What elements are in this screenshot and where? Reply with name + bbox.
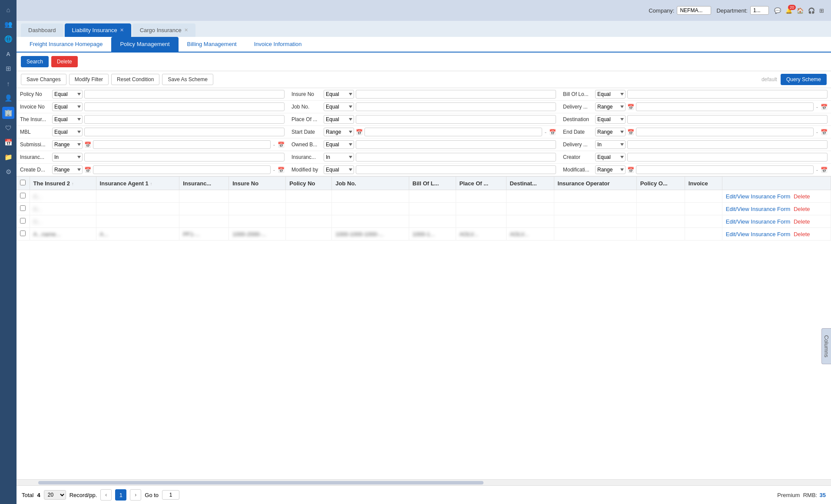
owned-by-op[interactable]: Equal: [324, 140, 354, 149]
delivery-start-input[interactable]: [636, 102, 814, 111]
creator-input[interactable]: [627, 153, 828, 161]
sidebar-icon-home[interactable]: ⌂: [2, 3, 14, 16]
delivery-date-op[interactable]: Range: [595, 102, 626, 111]
headset-icon[interactable]: 🎧: [808, 7, 815, 14]
sidebar-icon-grid[interactable]: ⊞: [2, 63, 14, 75]
mbl-op[interactable]: Equal: [52, 128, 83, 136]
notification-bell[interactable]: 🔔20: [785, 7, 792, 14]
modification-op[interactable]: Range: [595, 165, 626, 174]
sub-tab-freight-homepage[interactable]: Freight Insurance Homepage: [21, 37, 111, 53]
save-changes-button[interactable]: Save Changes: [21, 74, 66, 85]
col-policy-o[interactable]: Policy O...: [636, 177, 685, 190]
department-select[interactable]: 1...: [750, 6, 769, 15]
tab-liability-insurance[interactable]: Liability Insurance ✕: [65, 23, 131, 37]
mbl-input[interactable]: [84, 128, 285, 136]
save-as-scheme-button[interactable]: Save As Scheme: [162, 74, 213, 85]
delete-button[interactable]: Delete: [51, 56, 78, 67]
insurance2-input[interactable]: [356, 153, 556, 161]
apps-icon[interactable]: ⊞: [819, 7, 824, 14]
records-per-page[interactable]: 20 50 100: [44, 490, 66, 500]
row-checkbox-3[interactable]: [20, 218, 26, 224]
destination-op[interactable]: Equal: [595, 115, 626, 124]
sidebar-icon-globe[interactable]: 🌐: [2, 33, 14, 45]
row-checkbox-2[interactable]: [20, 205, 26, 211]
sub-tab-invoice-information[interactable]: Invoice Information: [245, 37, 311, 53]
modification-cal1[interactable]: 📅: [627, 167, 634, 173]
end-date-input1[interactable]: [636, 128, 814, 136]
col-job-no[interactable]: Job No.: [332, 177, 409, 190]
sidebar-icon-settings[interactable]: ⚙: [2, 166, 14, 178]
page-1-button[interactable]: 1: [115, 489, 126, 501]
query-scheme-button[interactable]: Query Scheme: [781, 74, 827, 85]
start-date-op[interactable]: Range: [324, 128, 354, 136]
sidebar-icon-person[interactable]: 👤: [2, 92, 14, 104]
horizontal-scrollbar[interactable]: [17, 479, 831, 485]
row-checkbox-1[interactable]: [20, 193, 26, 198]
sidebar-icon-amazon[interactable]: A: [2, 48, 14, 60]
sidebar-icon-building[interactable]: 🏢: [2, 107, 14, 119]
end-date-cal2[interactable]: 📅: [821, 129, 828, 135]
tab-liability-close[interactable]: ✕: [120, 27, 124, 33]
owned-by-input[interactable]: [356, 140, 556, 149]
start-date-input1[interactable]: [364, 128, 542, 136]
modify-filter-button[interactable]: Modify Filter: [69, 74, 109, 85]
sidebar-icon-shield[interactable]: 🛡: [2, 122, 14, 134]
company-select[interactable]: NEFMA...: [677, 6, 711, 15]
delete-link-1[interactable]: Delete: [794, 193, 810, 200]
delete-link-4[interactable]: Delete: [794, 231, 810, 237]
prev-page-button[interactable]: ‹: [100, 489, 112, 501]
col-ins-operator[interactable]: Insurance Operator: [554, 177, 636, 190]
col-agent1[interactable]: Insurance Agent 1 ↑: [96, 177, 179, 190]
edit-link-4[interactable]: Edit/View Insurance Form: [726, 231, 791, 237]
tab-cargo-close[interactable]: ✕: [184, 27, 188, 33]
tab-dashboard[interactable]: Dashboard: [21, 23, 63, 37]
create-date-cal1[interactable]: 📅: [84, 167, 91, 173]
goto-input[interactable]: [162, 490, 179, 500]
job-no-input[interactable]: [356, 102, 556, 111]
search-button[interactable]: Search: [21, 56, 49, 67]
select-all-checkbox[interactable]: [20, 180, 26, 185]
edit-link-1[interactable]: Edit/View Insurance Form: [726, 193, 791, 200]
invoice-no-op[interactable]: Equal: [52, 102, 83, 111]
job-no-op[interactable]: Equal: [324, 102, 354, 111]
place-of-input[interactable]: [356, 115, 556, 124]
row-checkbox-4[interactable]: [20, 231, 26, 236]
insure-no-input[interactable]: [356, 90, 556, 99]
create-date-op[interactable]: Range: [52, 165, 83, 174]
start-date-cal2[interactable]: 📅: [549, 129, 556, 135]
col-insure-no[interactable]: Insure No: [229, 177, 286, 190]
creator-op[interactable]: Equal: [595, 153, 626, 161]
place-of-op[interactable]: Equal: [324, 115, 354, 124]
tab-cargo-insurance[interactable]: Cargo Insurance ✕: [132, 23, 195, 37]
delivery-status-input[interactable]: [627, 140, 828, 149]
submission-op[interactable]: Range: [52, 140, 83, 149]
delivery-end-cal[interactable]: 📅: [821, 104, 828, 110]
insure-no-op[interactable]: Equal: [324, 90, 354, 99]
col-invoice[interactable]: Invoice: [685, 177, 722, 190]
sub-tab-policy-management[interactable]: Policy Management: [111, 37, 178, 53]
col-destinat[interactable]: Destinat...: [506, 177, 554, 190]
col-place-of[interactable]: Place Of ...: [456, 177, 506, 190]
delivery-status-op[interactable]: In: [595, 140, 626, 149]
bill-of-lading-op[interactable]: Equal: [595, 90, 626, 99]
the-insured-op[interactable]: Equal: [52, 115, 83, 124]
submission-input1[interactable]: [93, 140, 271, 149]
delete-link-3[interactable]: Delete: [794, 218, 810, 225]
create-date-input1[interactable]: [93, 165, 271, 174]
chat-icon[interactable]: 💬: [774, 7, 781, 14]
house-icon[interactable]: 🏠: [797, 7, 804, 14]
next-page-button[interactable]: ›: [130, 489, 141, 501]
columns-panel-toggle[interactable]: Columns: [821, 328, 831, 364]
sidebar-icon-folder[interactable]: 📁: [2, 151, 14, 163]
create-date-cal2[interactable]: 📅: [278, 167, 285, 173]
edit-link-2[interactable]: Edit/View Insurance Form: [726, 206, 791, 212]
invoice-no-input[interactable]: [84, 102, 285, 111]
policy-no-op[interactable]: Equal: [52, 90, 83, 99]
end-date-op[interactable]: Range: [595, 128, 626, 136]
start-date-cal1[interactable]: 📅: [356, 129, 363, 135]
insurance1-op[interactable]: In: [52, 153, 83, 161]
modification-input1[interactable]: [636, 165, 814, 174]
submission-cal1[interactable]: 📅: [84, 142, 91, 148]
submission-cal2[interactable]: 📅: [278, 142, 285, 148]
the-insured-input[interactable]: [84, 115, 285, 124]
